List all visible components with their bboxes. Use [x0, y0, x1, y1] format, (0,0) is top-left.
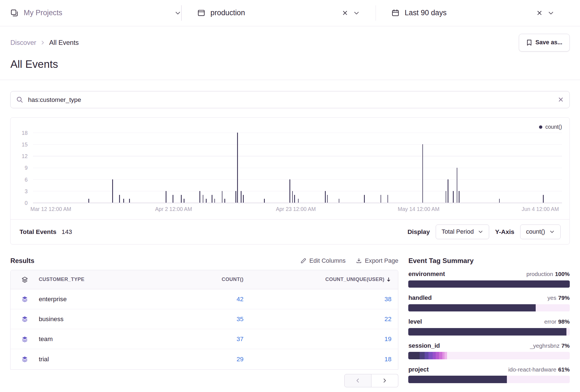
tag-bar-segment	[408, 280, 569, 288]
results-table-body: enterprise 42 38 business 35 22 team 37 …	[11, 289, 398, 369]
chart-bar	[339, 199, 340, 203]
tag-top-value: error98%	[544, 318, 570, 325]
project-selector[interactable]: My Projects	[10, 9, 181, 17]
column-header-customer-type[interactable]: CUSTOMER_TYPE	[39, 277, 166, 282]
display-dropdown[interactable]: Total Period	[436, 225, 489, 239]
layers-icon	[11, 295, 39, 303]
legend-label: count()	[545, 124, 562, 130]
chart-bar	[173, 195, 173, 203]
chart-bar	[327, 195, 328, 203]
chart-bar	[241, 191, 242, 203]
clear-date-icon[interactable]	[537, 10, 542, 16]
tag-distribution-bar[interactable]	[408, 352, 569, 359]
breadcrumb-current: All Events	[49, 39, 79, 47]
count-value-link[interactable]: 29	[166, 355, 243, 363]
y-axis-tick: 0	[12, 200, 28, 206]
table-row[interactable]: team 37 19	[11, 329, 398, 349]
edit-columns-button[interactable]: Edit Columns	[301, 257, 346, 264]
tag-top-value: yes79%	[547, 295, 569, 301]
top-navigation-bar: My Projects production	[0, 0, 580, 26]
x-axis-tick: May 14 12:00 AM	[398, 206, 440, 212]
tag-top-value: production100%	[526, 271, 569, 277]
column-header-count[interactable]: COUNT()	[166, 277, 243, 282]
events-chart-card: count() 0369121518 Mar 12 12:00 AMApr 2 …	[10, 117, 569, 244]
tag-group: environment production100%	[408, 270, 569, 288]
total-events-value: 143	[61, 228, 72, 236]
tag-distribution-bar[interactable]	[408, 376, 569, 383]
display-dropdown-value: Total Period	[442, 228, 474, 235]
tag-bar-segment	[420, 352, 424, 359]
chart-bar	[381, 195, 381, 203]
chart-bar	[448, 179, 448, 203]
y-axis-tick: 18	[12, 130, 28, 135]
tag-bar-segment	[439, 352, 442, 359]
customer-type-value: business	[39, 315, 166, 323]
sort-descending-icon	[386, 277, 391, 282]
search-input[interactable]: has:customer_type	[10, 91, 569, 108]
edit-columns-label: Edit Columns	[309, 257, 346, 264]
tag-bar-segment	[408, 304, 536, 312]
chart-bar	[222, 191, 223, 203]
yaxis-dropdown[interactable]: count()	[520, 225, 560, 239]
count-unique-value-link[interactable]: 38	[243, 295, 398, 303]
chart-bar	[294, 195, 295, 203]
chart-x-axis: Mar 12 12:00 AMApr 2 12:00 AMApr 23 12:0…	[33, 206, 562, 214]
table-row[interactable]: enterprise 42 38	[11, 289, 398, 309]
pagination-next-button[interactable]	[371, 374, 398, 387]
tag-bar-segment	[436, 352, 439, 359]
chart-legend: count()	[11, 118, 569, 131]
table-row[interactable]: business 35 22	[11, 309, 398, 329]
projects-icon	[10, 9, 18, 17]
total-events-label: Total Events	[19, 228, 56, 236]
environment-selector[interactable]: production	[182, 9, 376, 17]
chevron-down-icon	[548, 10, 554, 16]
chart-bar	[112, 179, 113, 203]
chart-bar	[422, 144, 423, 203]
count-unique-value-link[interactable]: 22	[243, 315, 398, 323]
chevron-right-icon	[40, 40, 45, 45]
clear-search-icon[interactable]	[558, 97, 564, 102]
chevron-down-icon	[549, 229, 555, 234]
yaxis-label: Y-Axis	[495, 228, 514, 236]
chart-bar	[264, 199, 265, 203]
chart-bar	[289, 179, 290, 203]
chart-plot[interactable]: 0369121518	[33, 133, 562, 203]
results-table: CUSTOMER_TYPE COUNT() COUNT_UNIQUE(USER)…	[10, 270, 398, 370]
count-value-link[interactable]: 42	[166, 295, 243, 303]
results-table-header: CUSTOMER_TYPE COUNT() COUNT_UNIQUE(USER)	[11, 270, 398, 289]
search-query: has:customer_type	[28, 96, 81, 104]
project-selector-label: My Projects	[24, 9, 62, 17]
date-range-selector[interactable]: Last 90 days	[376, 9, 570, 17]
clear-environment-icon[interactable]	[342, 10, 348, 16]
tag-distribution-bar[interactable]	[408, 328, 569, 336]
tag-bar-segment	[442, 352, 445, 359]
save-as-button[interactable]: Save as...	[519, 34, 569, 51]
chart-bar	[224, 199, 225, 203]
count-value-link[interactable]: 35	[166, 315, 243, 323]
chart-bar	[543, 195, 544, 203]
chart-bar	[203, 195, 204, 203]
count-unique-value-link[interactable]: 19	[243, 335, 398, 343]
column-header-count-unique[interactable]: COUNT_UNIQUE(USER)	[243, 277, 398, 282]
chart-bar	[206, 199, 207, 203]
layers-icon	[11, 336, 39, 343]
count-unique-value-link[interactable]: 18	[243, 355, 398, 363]
x-axis-tick: Mar 12 12:00 AM	[30, 206, 71, 212]
bookmark-icon	[526, 39, 532, 46]
tag-name: handled	[408, 294, 432, 301]
export-page-button[interactable]: Export Page	[356, 257, 398, 264]
pagination-previous-button[interactable]	[344, 374, 371, 387]
x-axis-tick: Apr 23 12:00 AM	[276, 206, 316, 212]
breadcrumb-discover-link[interactable]: Discover	[10, 39, 36, 47]
table-row[interactable]: trial 29 18	[11, 349, 398, 369]
chart-bar	[243, 195, 244, 203]
export-page-label: Export Page	[365, 257, 398, 264]
pencil-icon	[301, 258, 306, 264]
tag-distribution-bar[interactable]	[408, 304, 569, 312]
count-value-link[interactable]: 37	[166, 335, 243, 343]
chart-bar	[364, 195, 365, 203]
chevron-down-icon	[353, 10, 360, 16]
y-axis-tick: 9	[12, 165, 28, 171]
tag-distribution-bar[interactable]	[408, 280, 569, 288]
tag-group: handled yes79%	[408, 294, 569, 311]
